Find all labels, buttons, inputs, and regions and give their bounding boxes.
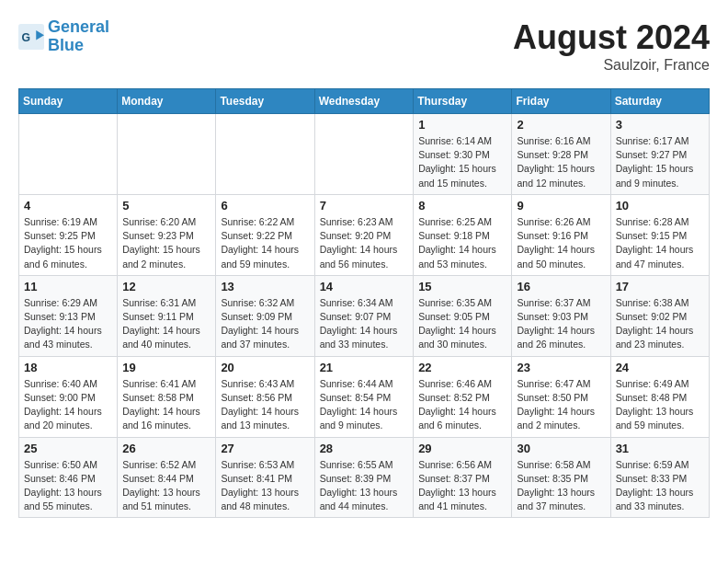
day-number: 29	[418, 442, 506, 455]
calendar-cell: 22Sunrise: 6:46 AM Sunset: 8:52 PM Dayli…	[414, 356, 512, 437]
day-number: 10	[616, 199, 704, 213]
weekday-header-cell: Sunday	[19, 89, 118, 114]
svg-text:G: G	[22, 31, 31, 44]
calendar-body: 1Sunrise: 6:14 AM Sunset: 9:30 PM Daylig…	[19, 114, 710, 518]
day-number: 8	[418, 199, 506, 213]
logo: G General Blue	[18, 18, 109, 55]
calendar-week-row: 1Sunrise: 6:14 AM Sunset: 9:30 PM Daylig…	[19, 114, 710, 195]
day-info: Sunrise: 6:52 AM Sunset: 8:44 PM Dayligh…	[122, 458, 210, 514]
calendar-cell: 21Sunrise: 6:44 AM Sunset: 8:54 PM Dayli…	[314, 356, 414, 437]
day-number: 31	[616, 442, 704, 455]
day-number: 16	[517, 280, 605, 293]
weekday-header-cell: Thursday	[414, 89, 512, 114]
calendar-cell: 31Sunrise: 6:59 AM Sunset: 8:33 PM Dayli…	[610, 437, 709, 518]
calendar-cell: 27Sunrise: 6:53 AM Sunset: 8:41 PM Dayli…	[216, 437, 314, 518]
logo-line2: Blue	[48, 36, 84, 54]
calendar-cell: 26Sunrise: 6:52 AM Sunset: 8:44 PM Dayli…	[118, 437, 216, 518]
day-info: Sunrise: 6:31 AM Sunset: 9:11 PM Dayligh…	[122, 296, 210, 352]
day-info: Sunrise: 6:29 AM Sunset: 9:13 PM Dayligh…	[24, 296, 112, 352]
calendar-cell	[118, 114, 216, 195]
calendar-cell: 17Sunrise: 6:38 AM Sunset: 9:02 PM Dayli…	[610, 275, 709, 356]
logo-icon: G	[18, 24, 44, 50]
calendar-week-row: 4Sunrise: 6:19 AM Sunset: 9:25 PM Daylig…	[19, 194, 710, 275]
weekday-header-cell: Friday	[512, 89, 610, 114]
calendar-cell: 1Sunrise: 6:14 AM Sunset: 9:30 PM Daylig…	[414, 114, 512, 195]
calendar-week-row: 18Sunrise: 6:40 AM Sunset: 9:00 PM Dayli…	[19, 356, 710, 437]
logo-text: General Blue	[48, 18, 109, 55]
location: Saulzoir, France	[513, 57, 710, 74]
day-number: 26	[122, 442, 210, 455]
calendar-cell: 8Sunrise: 6:25 AM Sunset: 9:18 PM Daylig…	[414, 194, 512, 275]
day-info: Sunrise: 6:20 AM Sunset: 9:23 PM Dayligh…	[122, 215, 210, 271]
day-info: Sunrise: 6:43 AM Sunset: 8:56 PM Dayligh…	[221, 377, 309, 433]
weekday-header-cell: Wednesday	[314, 89, 414, 114]
month-title: August 2024	[513, 18, 710, 57]
calendar-week-row: 11Sunrise: 6:29 AM Sunset: 9:13 PM Dayli…	[19, 275, 710, 356]
day-info: Sunrise: 6:50 AM Sunset: 8:46 PM Dayligh…	[24, 458, 112, 514]
day-number: 21	[320, 361, 409, 374]
calendar-cell: 3Sunrise: 6:17 AM Sunset: 9:27 PM Daylig…	[610, 114, 709, 195]
calendar-cell: 18Sunrise: 6:40 AM Sunset: 9:00 PM Dayli…	[19, 356, 118, 437]
calendar-cell: 15Sunrise: 6:35 AM Sunset: 9:05 PM Dayli…	[414, 275, 512, 356]
day-number: 7	[320, 199, 409, 213]
calendar-cell: 20Sunrise: 6:43 AM Sunset: 8:56 PM Dayli…	[216, 356, 314, 437]
calendar-cell: 11Sunrise: 6:29 AM Sunset: 9:13 PM Dayli…	[19, 275, 118, 356]
calendar-cell: 13Sunrise: 6:32 AM Sunset: 9:09 PM Dayli…	[216, 275, 314, 356]
day-info: Sunrise: 6:47 AM Sunset: 8:50 PM Dayligh…	[517, 377, 605, 433]
day-info: Sunrise: 6:44 AM Sunset: 8:54 PM Dayligh…	[320, 377, 409, 433]
day-number: 6	[221, 199, 309, 213]
day-info: Sunrise: 6:28 AM Sunset: 9:15 PM Dayligh…	[616, 215, 704, 271]
day-number: 20	[221, 361, 309, 374]
calendar-cell: 14Sunrise: 6:34 AM Sunset: 9:07 PM Dayli…	[314, 275, 414, 356]
day-info: Sunrise: 6:17 AM Sunset: 9:27 PM Dayligh…	[616, 134, 704, 190]
day-number: 23	[517, 361, 605, 374]
day-number: 12	[122, 280, 210, 293]
day-info: Sunrise: 6:53 AM Sunset: 8:41 PM Dayligh…	[221, 458, 309, 514]
calendar-cell: 19Sunrise: 6:41 AM Sunset: 8:58 PM Dayli…	[118, 356, 216, 437]
calendar-cell: 10Sunrise: 6:28 AM Sunset: 9:15 PM Dayli…	[610, 194, 709, 275]
weekday-header-cell: Monday	[118, 89, 216, 114]
day-number: 11	[24, 280, 112, 293]
calendar-cell	[19, 114, 118, 195]
calendar-cell: 9Sunrise: 6:26 AM Sunset: 9:16 PM Daylig…	[512, 194, 610, 275]
calendar-cell: 5Sunrise: 6:20 AM Sunset: 9:23 PM Daylig…	[118, 194, 216, 275]
day-info: Sunrise: 6:19 AM Sunset: 9:25 PM Dayligh…	[24, 215, 112, 271]
day-info: Sunrise: 6:26 AM Sunset: 9:16 PM Dayligh…	[517, 215, 605, 271]
day-number: 19	[122, 361, 210, 374]
weekday-header-cell: Saturday	[610, 89, 709, 114]
day-number: 25	[24, 442, 112, 455]
calendar-cell: 30Sunrise: 6:58 AM Sunset: 8:35 PM Dayli…	[512, 437, 610, 518]
day-number: 24	[616, 361, 704, 374]
day-info: Sunrise: 6:23 AM Sunset: 9:20 PM Dayligh…	[320, 215, 409, 271]
day-number: 30	[517, 442, 605, 455]
day-info: Sunrise: 6:49 AM Sunset: 8:48 PM Dayligh…	[616, 377, 704, 433]
day-info: Sunrise: 6:41 AM Sunset: 8:58 PM Dayligh…	[122, 377, 210, 433]
day-info: Sunrise: 6:37 AM Sunset: 9:03 PM Dayligh…	[517, 296, 605, 352]
calendar-cell: 6Sunrise: 6:22 AM Sunset: 9:22 PM Daylig…	[216, 194, 314, 275]
day-info: Sunrise: 6:22 AM Sunset: 9:22 PM Dayligh…	[221, 215, 309, 271]
calendar-table: SundayMondayTuesdayWednesdayThursdayFrid…	[18, 88, 710, 518]
calendar-cell	[314, 114, 414, 195]
day-number: 22	[418, 361, 506, 374]
day-info: Sunrise: 6:38 AM Sunset: 9:02 PM Dayligh…	[616, 296, 704, 352]
day-number: 17	[616, 280, 704, 293]
calendar-cell	[216, 114, 314, 195]
day-info: Sunrise: 6:16 AM Sunset: 9:28 PM Dayligh…	[517, 134, 605, 190]
calendar-cell: 24Sunrise: 6:49 AM Sunset: 8:48 PM Dayli…	[610, 356, 709, 437]
day-number: 27	[221, 442, 309, 455]
calendar-week-row: 25Sunrise: 6:50 AM Sunset: 8:46 PM Dayli…	[19, 437, 710, 518]
day-number: 2	[517, 118, 605, 132]
page-header: G General Blue August 2024 Saulzoir, Fra…	[18, 18, 710, 74]
weekday-header-row: SundayMondayTuesdayWednesdayThursdayFrid…	[19, 89, 710, 114]
day-info: Sunrise: 6:46 AM Sunset: 8:52 PM Dayligh…	[418, 377, 506, 433]
day-info: Sunrise: 6:14 AM Sunset: 9:30 PM Dayligh…	[418, 134, 506, 190]
calendar-cell: 16Sunrise: 6:37 AM Sunset: 9:03 PM Dayli…	[512, 275, 610, 356]
calendar-cell: 4Sunrise: 6:19 AM Sunset: 9:25 PM Daylig…	[19, 194, 118, 275]
calendar-cell: 29Sunrise: 6:56 AM Sunset: 8:37 PM Dayli…	[414, 437, 512, 518]
calendar-cell: 7Sunrise: 6:23 AM Sunset: 9:20 PM Daylig…	[314, 194, 414, 275]
day-info: Sunrise: 6:59 AM Sunset: 8:33 PM Dayligh…	[616, 458, 704, 514]
calendar-cell: 12Sunrise: 6:31 AM Sunset: 9:11 PM Dayli…	[118, 275, 216, 356]
day-number: 1	[418, 118, 506, 132]
day-number: 15	[418, 280, 506, 293]
day-info: Sunrise: 6:55 AM Sunset: 8:39 PM Dayligh…	[320, 458, 409, 514]
